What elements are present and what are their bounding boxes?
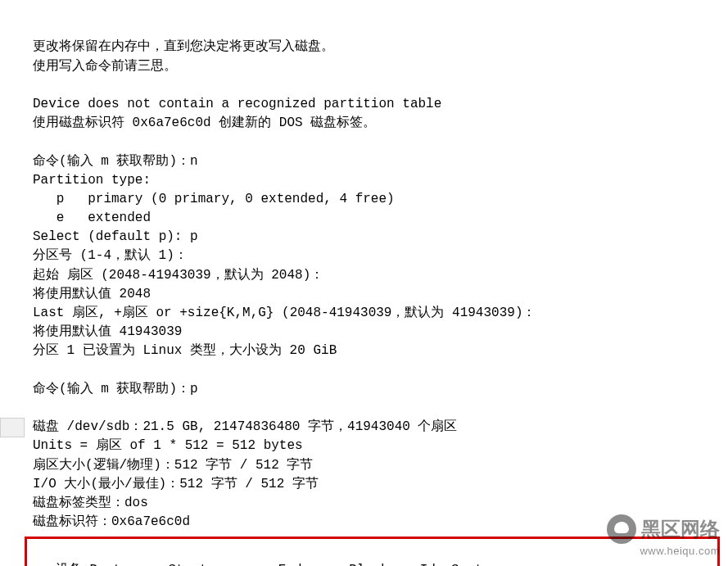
line: Device does not contain a recognized par… [33,97,441,111]
line: 命令(输入 m 获取帮助)：p [33,382,198,396]
line: 分区 1 已设置为 Linux 类型，大小设为 20 GiB [33,343,337,358]
line: Partition type: [33,173,151,188]
line: 扇区大小(逻辑/物理)：512 字节 / 512 字节 [33,458,313,473]
line: 起始 扇区 (2048-41943039，默认为 2048)： [33,268,323,283]
line: 使用磁盘标识符 0x6a7e6c0d 创建新的 DOS 磁盘标签。 [33,115,376,130]
line: Last 扇区, +扇区 or +size{K,M,G} (2048-41943… [33,306,536,320]
line: 更改将保留在内存中，直到您决定将更改写入磁盘。 [33,39,334,54]
line: 磁盘标识符：0x6a7e6c0d [33,514,190,529]
line: Units = 扇区 of 1 * 512 = 512 bytes [33,438,303,453]
watermark: 黑区网络 www.heiqu.com [607,514,720,559]
watermark-brand: 黑区网络 [641,515,720,544]
side-tab [0,418,25,437]
line: Select (default p): p [33,229,198,244]
line: I/O 大小(最小/最佳)：512 字节 / 512 字节 [33,477,319,491]
line: 使用写入命令前请三思。 [33,59,177,74]
line: p primary (0 primary, 0 extended, 4 free… [33,192,395,206]
line: 分区号 (1-4，默认 1)： [33,248,188,263]
line: 磁盘 /dev/sdb：21.5 GB, 21474836480 字节，4194… [33,419,457,434]
line: 命令(输入 m 获取帮助)：n [33,154,198,169]
line: 磁盘标签类型：dos [33,496,148,510]
partition-table-header: 设备 Boot Start End Blocks Id System [32,563,499,566]
mushroom-logo-icon [607,514,636,544]
line: 将使用默认值 41943039 [33,324,182,339]
line: 将使用默认值 2048 [33,287,151,301]
watermark-url: www.heiqu.com [607,544,720,559]
line: e extended [33,211,151,225]
terminal-output[interactable]: 更改将保留在内存中，直到您决定将更改写入磁盘。 使用写入命令前请三思。 Devi… [0,0,728,566]
